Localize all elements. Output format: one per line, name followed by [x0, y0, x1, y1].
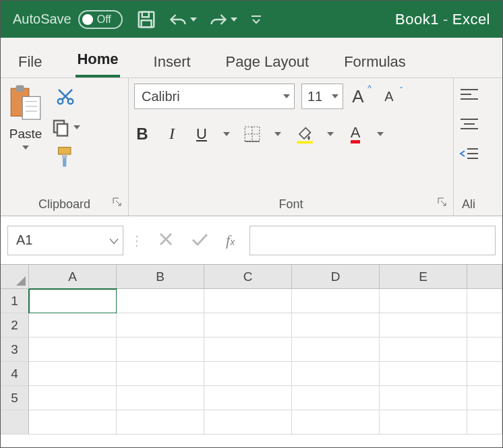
name-box[interactable]: A1	[7, 226, 123, 255]
document-name: Book1	[395, 11, 439, 28]
copy-dropdown-icon[interactable]	[73, 125, 80, 129]
group-label-clipboard: Clipboard	[6, 197, 123, 216]
customize-qat-icon[interactable]	[249, 13, 263, 26]
copy-icon[interactable]	[51, 117, 80, 137]
cell[interactable]	[380, 386, 467, 410]
format-painter-icon[interactable]	[55, 146, 76, 171]
increase-font-icon[interactable]: A^	[350, 86, 366, 107]
align-left-icon[interactable]	[459, 88, 479, 105]
cell[interactable]	[29, 289, 117, 313]
row-header[interactable]: 2	[1, 313, 29, 338]
clipboard-dialog-launcher-icon[interactable]	[112, 197, 123, 210]
cancel-formula-icon[interactable]	[158, 232, 173, 249]
row-header[interactable]	[1, 410, 29, 435]
cell[interactable]	[467, 289, 502, 313]
svg-rect-2	[141, 20, 151, 27]
column-header[interactable]: B	[117, 265, 204, 289]
insert-function-icon[interactable]: fx	[226, 232, 235, 249]
font-dialog-launcher-icon[interactable]	[437, 197, 448, 210]
font-color-dropdown-icon[interactable]	[377, 132, 384, 136]
redo-dropdown-icon[interactable]	[231, 18, 237, 22]
bold-button[interactable]: B	[134, 125, 150, 143]
tab-insert[interactable]: Insert	[152, 46, 192, 77]
cell[interactable]	[204, 313, 292, 338]
underline-dropdown-icon[interactable]	[223, 132, 230, 136]
select-all-corner[interactable]	[1, 265, 29, 289]
borders-dropdown-icon[interactable]	[274, 132, 281, 136]
cell[interactable]	[117, 313, 204, 338]
cell[interactable]	[292, 338, 380, 362]
cell[interactable]	[117, 410, 204, 435]
enter-formula-icon[interactable]	[191, 232, 208, 249]
cell[interactable]	[380, 362, 467, 386]
cell[interactable]	[29, 386, 117, 410]
cell[interactable]	[380, 289, 467, 313]
cell[interactable]	[467, 313, 502, 338]
cell[interactable]	[380, 338, 467, 362]
italic-button[interactable]: I	[164, 125, 180, 143]
cell[interactable]	[204, 289, 292, 313]
cell[interactable]	[380, 313, 467, 338]
row-header[interactable]: 1	[1, 289, 29, 313]
underline-button[interactable]: U	[194, 125, 210, 143]
row-header[interactable]: 3	[1, 338, 29, 362]
undo-icon[interactable]	[169, 11, 197, 28]
tab-page-layout[interactable]: Page Layout	[225, 46, 311, 77]
cell[interactable]	[380, 410, 467, 435]
cell[interactable]	[29, 338, 117, 362]
fill-color-icon[interactable]	[295, 125, 314, 143]
group-clipboard: Paste Clipboard	[1, 78, 129, 216]
cell[interactable]	[117, 338, 204, 362]
autosave-toggle[interactable]: AutoSave Off	[13, 10, 123, 29]
cell[interactable]	[204, 338, 292, 362]
font-size-select[interactable]: 11	[301, 84, 343, 109]
name-box-dropdown-icon[interactable]	[109, 232, 119, 248]
cell[interactable]	[204, 386, 292, 410]
tab-formulas[interactable]: Formulas	[343, 46, 407, 77]
column-header[interactable]: E	[380, 265, 467, 289]
cut-icon[interactable]	[55, 86, 76, 109]
align-center-icon[interactable]	[459, 117, 479, 135]
cell[interactable]	[117, 289, 204, 313]
column-header[interactable]: C	[204, 265, 292, 289]
redo-icon[interactable]	[209, 11, 237, 28]
cell[interactable]	[467, 410, 502, 435]
decrease-font-icon[interactable]: Aˇ	[381, 89, 397, 104]
cell[interactable]	[117, 362, 204, 386]
cell[interactable]	[204, 410, 292, 435]
tab-home[interactable]: Home	[76, 44, 119, 77]
paste-dropdown-icon[interactable]	[22, 146, 29, 150]
cell[interactable]	[117, 386, 204, 410]
cell[interactable]	[292, 410, 380, 435]
cell[interactable]	[467, 386, 502, 410]
cell[interactable]	[29, 410, 117, 435]
column-header[interactable]: D	[292, 265, 380, 289]
column-header[interactable]: A	[29, 265, 117, 289]
paste-button[interactable]: Paste	[6, 84, 45, 150]
row-header[interactable]: 5	[1, 386, 29, 410]
cell[interactable]	[292, 289, 380, 313]
window-title: Book1-Excel	[395, 11, 490, 28]
tab-file[interactable]: File	[17, 46, 43, 77]
formula-input[interactable]	[249, 226, 496, 255]
cell[interactable]	[467, 362, 502, 386]
undo-dropdown-icon[interactable]	[190, 18, 197, 22]
cell[interactable]	[467, 338, 502, 362]
fill-color-dropdown-icon[interactable]	[327, 132, 334, 136]
font-name-select[interactable]: Calibri	[134, 84, 295, 109]
cell[interactable]	[292, 362, 380, 386]
group-font: Calibri 11 A^ Aˇ B I U	[129, 78, 454, 216]
save-icon[interactable]	[136, 9, 156, 30]
cell[interactable]	[292, 313, 380, 338]
cell[interactable]	[29, 313, 117, 338]
spreadsheet-grid: A B C D E 1 2 3 4 5	[1, 265, 502, 435]
column-header[interactable]	[467, 265, 502, 289]
cell[interactable]	[29, 362, 117, 386]
cell[interactable]	[204, 362, 292, 386]
toggle-switch[interactable]: Off	[78, 10, 123, 29]
borders-icon[interactable]	[243, 125, 261, 143]
cell[interactable]	[292, 386, 380, 410]
decrease-indent-icon[interactable]	[459, 147, 479, 164]
font-color-icon[interactable]: A	[347, 124, 363, 143]
row-header[interactable]: 4	[1, 362, 29, 386]
